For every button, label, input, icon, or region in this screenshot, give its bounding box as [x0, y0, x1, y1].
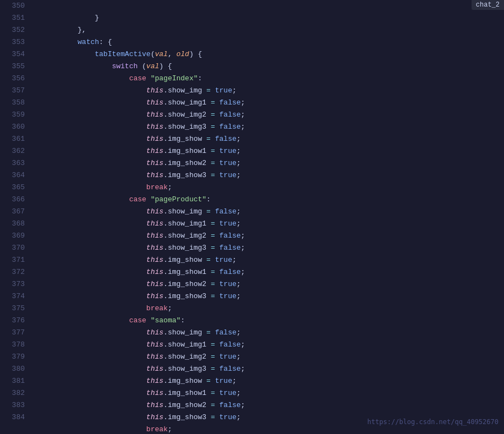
line-num-382: 382 [0, 387, 30, 399]
line-num-378: 378 [0, 339, 30, 351]
line-num-357: 357 [0, 85, 30, 97]
line-num-375: 375 [0, 303, 30, 315]
line-num-372: 372 [0, 266, 30, 278]
line-num-364: 364 [0, 169, 30, 182]
line-num-371: 371 [0, 254, 30, 266]
line-num-380: 380 [0, 363, 30, 375]
line-num-383: 383 [0, 399, 30, 411]
line-num-352: 352 [0, 24, 30, 36]
line-num-363: 363 [0, 157, 30, 169]
line-num-376: 376 [0, 315, 30, 327]
line-num-350: 350 [0, 0, 30, 12]
line-num-379: 379 [0, 351, 30, 363]
code-line-351: }, [30, 12, 504, 24]
tooltip: chat_2 [472, 0, 504, 10]
line-num-366: 366 [0, 194, 30, 206]
line-num-360: 360 [0, 121, 30, 133]
line-num-355: 355 [0, 61, 30, 73]
code-line-352: watch: { [30, 24, 504, 36]
line-num-373: 373 [0, 278, 30, 290]
line-num-353: 353 [0, 36, 30, 48]
line-num-368: 368 [0, 218, 30, 230]
line-num-361: 361 [0, 133, 30, 145]
line-num-367: 367 [0, 206, 30, 218]
line-num-370: 370 [0, 242, 30, 254]
line-num-351: 351 [0, 12, 30, 24]
code-area[interactable]: } }, watch: { tabItemActive(val, old) { … [30, 0, 504, 434]
line-numbers: 350 351 352 353 354 355 356 357 358 359 … [0, 0, 30, 434]
line-num-354: 354 [0, 48, 30, 61]
watermark: https://blog.csdn.net/qq_40952670 [368, 418, 498, 426]
line-num-356: 356 [0, 73, 30, 85]
line-num-369: 369 [0, 230, 30, 242]
line-num-359: 359 [0, 109, 30, 121]
line-num-377: 377 [0, 327, 30, 339]
line-num-374: 374 [0, 290, 30, 303]
line-num-358: 358 [0, 97, 30, 109]
editor-container: chat_2 350 351 352 353 354 355 356 357 3… [0, 0, 504, 434]
code-line-350: } [30, 0, 504, 12]
line-num-365: 365 [0, 182, 30, 194]
line-num-362: 362 [0, 145, 30, 157]
line-num-384: 384 [0, 411, 30, 424]
line-num-381: 381 [0, 375, 30, 387]
